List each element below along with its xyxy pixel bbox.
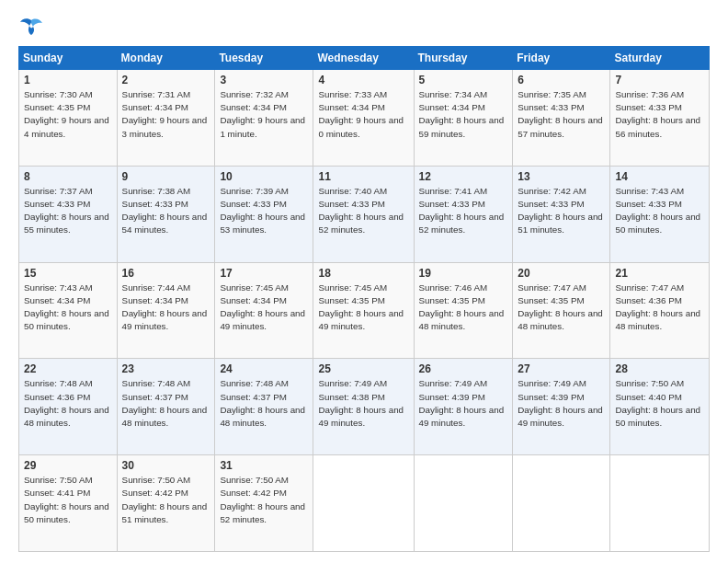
calendar-cell: 8Sunrise: 7:37 AMSunset: 4:33 PMDaylight… [19, 166, 118, 262]
day-number: 27 [518, 362, 605, 375]
weekday-header: Saturday [610, 47, 710, 70]
day-number: 14 [615, 170, 704, 183]
calendar-cell: 28Sunrise: 7:50 AMSunset: 4:40 PMDayligh… [610, 359, 710, 455]
day-number: 30 [122, 459, 210, 472]
calendar-cell: 26Sunrise: 7:49 AMSunset: 4:39 PMDayligh… [414, 359, 513, 455]
calendar-cell: 13Sunrise: 7:42 AMSunset: 4:33 PMDayligh… [513, 166, 610, 262]
calendar-cell [513, 455, 610, 552]
day-number: 17 [220, 267, 308, 280]
day-number: 8 [24, 170, 112, 183]
calendar-cell: 29Sunrise: 7:50 AMSunset: 4:41 PMDayligh… [19, 455, 118, 552]
day-number: 25 [318, 362, 408, 375]
day-number: 10 [220, 170, 308, 183]
calendar-cell: 14Sunrise: 7:43 AMSunset: 4:33 PMDayligh… [610, 166, 710, 262]
calendar-cell: 20Sunrise: 7:47 AMSunset: 4:35 PMDayligh… [513, 262, 610, 359]
day-number: 31 [220, 459, 308, 472]
calendar-cell: 2Sunrise: 7:31 AMSunset: 4:34 PMDaylight… [117, 70, 215, 167]
day-number: 12 [419, 170, 508, 183]
weekday-header: Sunday [19, 47, 118, 70]
day-info: Sunrise: 7:50 AMSunset: 4:40 PMDaylight:… [615, 377, 704, 430]
header [18, 17, 710, 37]
weekday-header: Wednesday [313, 47, 414, 70]
calendar-cell [610, 455, 710, 552]
day-info: Sunrise: 7:38 AMSunset: 4:33 PMDaylight:… [122, 185, 210, 237]
calendar-cell: 18Sunrise: 7:45 AMSunset: 4:35 PMDayligh… [313, 262, 414, 359]
weekday-header: Friday [513, 47, 610, 70]
day-info: Sunrise: 7:42 AMSunset: 4:33 PMDaylight:… [518, 185, 605, 237]
day-number: 13 [518, 170, 605, 183]
day-info: Sunrise: 7:33 AMSunset: 4:34 PMDaylight:… [318, 88, 408, 141]
day-info: Sunrise: 7:48 AMSunset: 4:37 PMDaylight:… [122, 377, 210, 430]
day-number: 24 [220, 362, 308, 375]
day-number: 4 [318, 74, 408, 86]
day-info: Sunrise: 7:39 AMSunset: 4:33 PMDaylight:… [220, 185, 308, 237]
calendar-cell: 10Sunrise: 7:39 AMSunset: 4:33 PMDayligh… [215, 166, 313, 262]
calendar-week-row: 8Sunrise: 7:37 AMSunset: 4:33 PMDaylight… [19, 166, 710, 262]
day-info: Sunrise: 7:47 AMSunset: 4:35 PMDaylight:… [518, 282, 605, 334]
calendar-week-row: 1Sunrise: 7:30 AMSunset: 4:35 PMDaylight… [19, 70, 710, 167]
calendar-week-row: 29Sunrise: 7:50 AMSunset: 4:41 PMDayligh… [19, 455, 710, 552]
day-info: Sunrise: 7:36 AMSunset: 4:33 PMDaylight:… [615, 88, 704, 141]
calendar-cell: 27Sunrise: 7:49 AMSunset: 4:39 PMDayligh… [513, 359, 610, 455]
calendar-cell: 6Sunrise: 7:35 AMSunset: 4:33 PMDaylight… [513, 70, 610, 167]
calendar-cell: 4Sunrise: 7:33 AMSunset: 4:34 PMDaylight… [313, 70, 414, 167]
calendar-cell: 22Sunrise: 7:48 AMSunset: 4:36 PMDayligh… [19, 359, 118, 455]
day-info: Sunrise: 7:50 AMSunset: 4:42 PMDaylight:… [220, 474, 308, 526]
day-info: Sunrise: 7:50 AMSunset: 4:42 PMDaylight:… [122, 474, 210, 526]
day-number: 29 [24, 459, 112, 472]
calendar-cell: 5Sunrise: 7:34 AMSunset: 4:34 PMDaylight… [414, 70, 513, 167]
day-info: Sunrise: 7:44 AMSunset: 4:34 PMDaylight:… [122, 282, 210, 334]
calendar-week-row: 22Sunrise: 7:48 AMSunset: 4:36 PMDayligh… [19, 359, 710, 455]
calendar-cell: 30Sunrise: 7:50 AMSunset: 4:42 PMDayligh… [117, 455, 215, 552]
day-number: 2 [122, 74, 210, 86]
day-number: 22 [24, 362, 112, 375]
day-info: Sunrise: 7:45 AMSunset: 4:34 PMDaylight:… [220, 282, 308, 334]
calendar-cell: 7Sunrise: 7:36 AMSunset: 4:33 PMDaylight… [610, 70, 710, 167]
page: SundayMondayTuesdayWednesdayThursdayFrid… [0, 0, 728, 563]
calendar-cell: 9Sunrise: 7:38 AMSunset: 4:33 PMDaylight… [117, 166, 215, 262]
calendar-week-row: 15Sunrise: 7:43 AMSunset: 4:34 PMDayligh… [19, 262, 710, 359]
calendar-cell: 31Sunrise: 7:50 AMSunset: 4:42 PMDayligh… [215, 455, 313, 552]
calendar-cell: 24Sunrise: 7:48 AMSunset: 4:37 PMDayligh… [215, 359, 313, 455]
logo [18, 17, 48, 37]
day-number: 5 [419, 74, 508, 86]
day-number: 9 [122, 170, 210, 183]
day-info: Sunrise: 7:46 AMSunset: 4:35 PMDaylight:… [419, 282, 508, 334]
calendar-cell: 19Sunrise: 7:46 AMSunset: 4:35 PMDayligh… [414, 262, 513, 359]
calendar-cell: 15Sunrise: 7:43 AMSunset: 4:34 PMDayligh… [19, 262, 118, 359]
calendar-cell [414, 455, 513, 552]
day-number: 3 [220, 74, 308, 86]
weekday-header: Tuesday [215, 47, 313, 70]
day-info: Sunrise: 7:37 AMSunset: 4:33 PMDaylight:… [24, 185, 112, 237]
day-number: 19 [419, 267, 508, 280]
calendar-cell [313, 455, 414, 552]
calendar-header-row: SundayMondayTuesdayWednesdayThursdayFrid… [19, 47, 710, 70]
day-info: Sunrise: 7:41 AMSunset: 4:33 PMDaylight:… [419, 185, 508, 237]
day-info: Sunrise: 7:47 AMSunset: 4:36 PMDaylight:… [615, 282, 704, 334]
day-number: 23 [122, 362, 210, 375]
calendar-cell: 16Sunrise: 7:44 AMSunset: 4:34 PMDayligh… [117, 262, 215, 359]
calendar-cell: 12Sunrise: 7:41 AMSunset: 4:33 PMDayligh… [414, 166, 513, 262]
day-info: Sunrise: 7:48 AMSunset: 4:37 PMDaylight:… [220, 377, 308, 430]
day-info: Sunrise: 7:43 AMSunset: 4:34 PMDaylight:… [24, 282, 112, 334]
day-number: 11 [318, 170, 408, 183]
day-number: 20 [518, 267, 605, 280]
day-info: Sunrise: 7:48 AMSunset: 4:36 PMDaylight:… [24, 377, 112, 430]
day-number: 28 [615, 362, 704, 375]
day-number: 21 [615, 267, 704, 280]
day-number: 1 [24, 74, 112, 86]
calendar-cell: 21Sunrise: 7:47 AMSunset: 4:36 PMDayligh… [610, 262, 710, 359]
day-info: Sunrise: 7:31 AMSunset: 4:34 PMDaylight:… [122, 88, 210, 141]
day-info: Sunrise: 7:35 AMSunset: 4:33 PMDaylight:… [518, 88, 605, 141]
day-info: Sunrise: 7:45 AMSunset: 4:35 PMDaylight:… [318, 282, 408, 334]
day-info: Sunrise: 7:40 AMSunset: 4:33 PMDaylight:… [318, 185, 408, 237]
calendar-table: SundayMondayTuesdayWednesdayThursdayFrid… [18, 46, 710, 552]
day-info: Sunrise: 7:49 AMSunset: 4:39 PMDaylight:… [419, 377, 508, 430]
calendar-cell: 3Sunrise: 7:32 AMSunset: 4:34 PMDaylight… [215, 70, 313, 167]
calendar-cell: 17Sunrise: 7:45 AMSunset: 4:34 PMDayligh… [215, 262, 313, 359]
day-number: 15 [24, 267, 112, 280]
day-number: 26 [419, 362, 508, 375]
weekday-header: Thursday [414, 47, 513, 70]
day-info: Sunrise: 7:32 AMSunset: 4:34 PMDaylight:… [220, 88, 308, 141]
day-info: Sunrise: 7:34 AMSunset: 4:34 PMDaylight:… [419, 88, 508, 141]
